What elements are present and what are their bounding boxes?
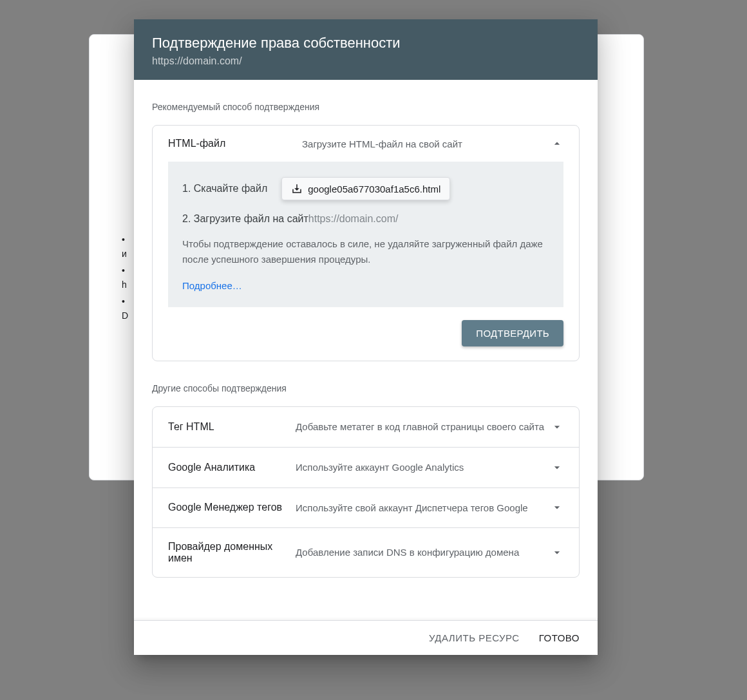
bg-text-3: D xyxy=(122,310,128,321)
html-file-method-header[interactable]: HTML-файл Загрузите HTML-файл на свой са… xyxy=(153,126,579,162)
method-title: Провайдер доменных имен xyxy=(168,541,290,564)
method-html-tag[interactable]: Тег HTML Добавьте метатег в код главной … xyxy=(153,407,579,447)
retain-file-note: Чтобы подтверждение оставалось в силе, н… xyxy=(182,236,549,267)
dialog-footer: УДАЛИТЬ РЕСУРС ГОТОВО xyxy=(134,620,598,655)
download-file-name: google05a677030af1a5c6.html xyxy=(308,184,440,194)
method-title: Google Аналитика xyxy=(168,462,290,473)
method-title: Тег HTML xyxy=(168,421,290,433)
bg-bullet-1: • xyxy=(122,234,125,245)
method-description: Используйте аккаунт Google Analytics xyxy=(296,460,545,475)
recommended-method-card: HTML-файл Загрузите HTML-файл на свой са… xyxy=(152,125,580,361)
method-description: Загрузите HTML-файл на свой сайт xyxy=(302,138,545,149)
method-description: Используйте свой аккаунт Диспетчера тего… xyxy=(296,501,545,515)
step-2: 2. Загрузите файл на сайт https://domain… xyxy=(182,213,549,225)
bg-text-1: и xyxy=(122,249,127,259)
step-1: 1. Скачайте файл google05a677030af1a5c6.… xyxy=(182,177,549,200)
bg-bullet-2: • xyxy=(122,265,125,276)
chevron-down-icon xyxy=(551,501,563,514)
dialog-body: Рекомендуемый способ подтверждения HTML-… xyxy=(134,80,598,620)
method-description: Добавление записи DNS в конфигурацию дом… xyxy=(296,545,545,560)
download-file-button[interactable]: google05a677030af1a5c6.html xyxy=(281,177,450,200)
confirm-row: ПОДТВЕРДИТЬ xyxy=(153,320,579,361)
ownership-verification-dialog: Подтверждение права собственности https:… xyxy=(134,19,598,655)
done-button[interactable]: ГОТОВО xyxy=(539,632,580,643)
chevron-down-icon xyxy=(551,421,563,433)
other-section-label: Другие способы подтверждения xyxy=(152,383,580,393)
step-2-label: 2. Загрузите файл на сайт xyxy=(182,213,308,225)
method-dns-provider[interactable]: Провайдер доменных имен Добавление запис… xyxy=(153,527,579,577)
method-title: Google Менеджер тегов xyxy=(168,502,290,513)
bg-text-2: h xyxy=(122,279,127,290)
dialog-title: Подтверждение права собственности xyxy=(152,35,580,52)
remove-property-button[interactable]: УДАЛИТЬ РЕСУРС xyxy=(429,632,520,643)
chevron-up-icon xyxy=(551,137,563,150)
dialog-subtitle: https://domain.com/ xyxy=(152,55,580,67)
chevron-down-icon xyxy=(551,461,563,474)
method-google-analytics[interactable]: Google Аналитика Используйте аккаунт Goo… xyxy=(153,447,579,487)
method-google-tag-manager[interactable]: Google Менеджер тегов Используйте свой а… xyxy=(153,487,579,528)
step-2-url: https://domain.com/ xyxy=(308,213,399,225)
bg-bullet-3: • xyxy=(122,296,125,307)
method-title: HTML-файл xyxy=(168,138,297,149)
html-file-method-body: 1. Скачайте файл google05a677030af1a5c6.… xyxy=(168,162,563,307)
download-icon xyxy=(291,183,303,194)
method-description: Добавьте метатег в код главной страницы … xyxy=(296,420,545,434)
step-1-label: 1. Скачайте файл xyxy=(182,183,267,194)
dialog-header: Подтверждение права собственности https:… xyxy=(134,19,598,80)
chevron-down-icon xyxy=(551,546,563,559)
verify-button[interactable]: ПОДТВЕРДИТЬ xyxy=(462,320,563,346)
recommended-section-label: Рекомендуемый способ подтверждения xyxy=(152,102,580,112)
learn-more-link[interactable]: Подробнее… xyxy=(182,280,242,291)
other-methods-list: Тег HTML Добавьте метатег в код главной … xyxy=(152,406,580,578)
